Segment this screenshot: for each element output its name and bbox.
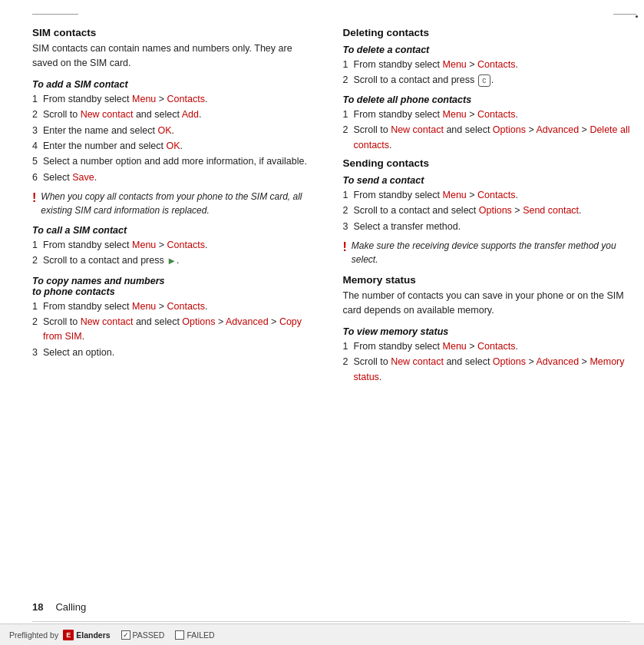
step-item: 1 From standby select Menu > Contacts. [343,339,631,354]
step-item: 1 From standby select Menu > Contacts. [343,188,631,203]
call-sim-contact-title: To call a SIM contact [32,225,320,236]
ok-link2: OK [167,141,180,151]
step-item: 3 Select a transfer method. [343,220,631,234]
contacts-link: Contacts [477,59,515,70]
top-border-right [613,14,636,15]
new-contact-link: New contact [391,124,444,135]
step-item: 2 Scroll to New contact and select Add. [32,108,320,122]
passed-checkbox: ✓ [121,630,130,640]
step-item: 2 Scroll to a contact and select Options… [343,203,631,218]
step-item: 2 Scroll to New contact and select Optio… [343,355,631,385]
deleting-contacts-section: Deleting contacts To delete a contact 1 … [343,27,631,153]
save-link: Save [72,172,94,183]
failed-label: FAILED [187,630,214,640]
step-item: 6 Select Save. [32,170,320,185]
step-item: 1 From standby select Menu > Contacts. [343,108,631,122]
view-memory-steps: 1 From standby select Menu > Contacts. 2… [343,339,631,385]
passed-label: PASSED [133,630,165,640]
elanders-icon: E [63,630,74,640]
deleting-contacts-title: Deleting contacts [343,27,631,38]
step-item: 3 Select an option. [32,346,320,360]
sending-contacts-title: Sending contacts [343,157,631,169]
options-link: Options [479,205,512,216]
step-item: 2 Scroll to a contact and press ►. [32,253,320,269]
step-item: 1 From standby select Menu > Contacts. [32,92,320,107]
contacts-link: Contacts [477,190,515,200]
call-sim-contact-steps: 1 From standby select Menu > Contacts. 2… [32,238,320,270]
memory-status-section: Memory status The number of contacts you… [343,274,631,385]
phone-icon: ► [167,253,177,269]
c-button-icon: c [478,74,490,87]
passed-badge: ✓ PASSED [121,630,165,640]
page-number: 18 [32,601,43,613]
menu-link: Menu [443,341,467,352]
step-item: 1 From standby select Menu > Contacts. [32,238,320,253]
copy-names-title: To copy names and numbers to phone conta… [32,276,320,297]
sim-contacts-title: SIM contacts [32,27,320,38]
note-icon-1: ! [32,190,36,205]
step-item: 5 Select a number option and add more in… [32,154,320,169]
step-item: 1 From standby select Menu > Contacts. [343,58,631,72]
note-text-1: When you copy all contacts from your pho… [41,190,319,217]
preflighted-label: Preflighted by [9,630,58,640]
options-link: Options [182,316,215,327]
contacts-link: Contacts [167,240,205,250]
step-item: 2 Scroll to a contact and press c. [343,73,631,88]
send-contact-title: To send a contact [343,175,631,186]
menu-link: Menu [132,94,156,104]
memory-status-title: Memory status [343,274,631,286]
note-text-2: Make sure the receiving device supports … [352,239,630,266]
page-container: SIM contacts SIM contacts can contain na… [0,0,644,645]
right-column: Deleting contacts To delete a contact 1 … [343,27,631,584]
menu-link: Menu [443,109,467,120]
failed-checkbox [175,630,184,640]
contacts-link: Contacts [167,94,205,104]
view-memory-title: To view memory status [343,326,631,337]
send-contact-link: Send contact [523,205,579,216]
page-label: Calling [55,601,86,613]
page-number-row: 18 Calling [0,601,644,613]
advanced-link: Advanced [537,356,580,367]
elanders-name: Elanders [76,630,110,640]
note-block-1: ! When you copy all contacts from your p… [32,190,320,217]
contacts-link: Contacts [477,341,515,352]
memory-status-body: The number of contacts you can save in y… [343,289,631,319]
failed-badge: FAILED [175,630,214,640]
new-contact-link: New contact [81,316,134,327]
contacts-link: Contacts [167,301,205,312]
elanders-logo: E Elanders [63,630,110,640]
delete-all-steps: 1 From standby select Menu > Contacts. 2… [343,108,631,153]
advanced-link: Advanced [226,316,269,327]
delete-contact-steps: 1 From standby select Menu > Contacts. 2… [343,58,631,88]
main-content: SIM contacts SIM contacts can contain na… [32,27,630,584]
options-link: Options [493,356,526,367]
new-contact-link: New contact [81,109,134,120]
add-sim-contact-title: To add a SIM contact [32,79,320,90]
note-icon-2: ! [343,240,347,254]
send-contact-steps: 1 From standby select Menu > Contacts. 2… [343,188,631,234]
left-column: SIM contacts SIM contacts can contain na… [32,27,320,584]
ok-link: OK [157,125,171,136]
top-border-left [32,14,78,15]
right-dot [636,15,638,18]
copy-names-steps: 1 From standby select Menu > Contacts. 2… [32,299,320,361]
menu-link: Menu [132,301,156,312]
add-link: Add [182,109,199,120]
menu-link: Menu [443,190,467,200]
sim-contacts-body: SIM contacts can contain names and numbe… [32,41,320,71]
menu-link: Menu [443,59,467,70]
sim-contacts-section: SIM contacts SIM contacts can contain na… [32,27,320,360]
step-item: 3 Enter the name and select OK. [32,124,320,138]
contacts-link: Contacts [477,109,515,120]
preflighted-bar: Preflighted by E Elanders ✓ PASSED FAILE… [0,624,644,645]
advanced-link: Advanced [537,124,580,135]
step-item: 2 Scroll to New contact and select Optio… [32,315,320,345]
sending-contacts-section: Sending contacts To send a contact 1 Fro… [343,157,631,266]
bottom-border-line [32,621,630,622]
step-item: 2 Scroll to New contact and select Optio… [343,123,631,153]
delete-all-title: To delete all phone contacts [343,94,631,105]
new-contact-link: New contact [391,356,444,367]
step-item: 4 Enter the number and select OK. [32,139,320,154]
step-item: 1 From standby select Menu > Contacts. [32,299,320,314]
add-sim-contact-steps: 1 From standby select Menu > Contacts. 2… [32,92,320,185]
